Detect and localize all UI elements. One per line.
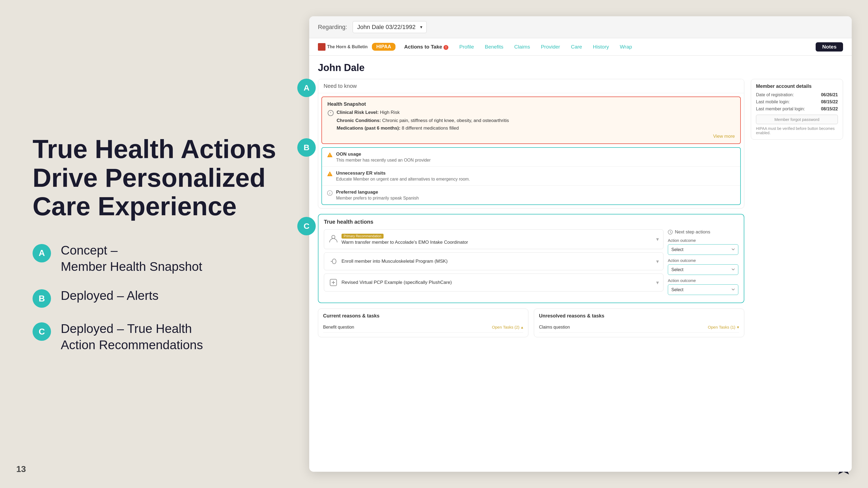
snapshot-risk-row: Clinical Risk Level: High Risk <box>328 109 735 116</box>
action-item-3[interactable]: Revised Virtual PCP Example (specificall… <box>324 273 663 291</box>
concept-text-a: Concept –Member Health Snapshot <box>61 242 203 275</box>
action-item-1[interactable]: Primary Recommendation Warm transfer mem… <box>324 229 663 249</box>
regarding-label: Regarding: <box>318 24 347 31</box>
unresolved-tasks-title: Unresolved reasons & tasks <box>539 313 739 319</box>
left-panel: True Health Actions Drive Personalized C… <box>16 0 301 488</box>
open-tasks-badge-benefit: Open Tasks (2) ▴ <box>492 325 523 330</box>
concept-badge-b: B <box>33 289 51 308</box>
concept-badge-c: C <box>33 322 51 341</box>
alert-item-language: Preferred language Member prefers to pri… <box>322 186 740 204</box>
page-number: 13 <box>16 464 26 474</box>
nav-item-wrap[interactable]: Wrap <box>616 43 637 51</box>
action-icon-3 <box>329 278 338 287</box>
next-steps-icon <box>668 230 673 234</box>
health-actions-card: True health actions Primary Recommend <box>318 214 744 303</box>
nav-item-profile[interactable]: Profile <box>455 43 478 51</box>
warning-icon-er <box>327 171 333 177</box>
action-chevron-3: ▾ <box>656 279 659 286</box>
outcome-group-2: Action outcome Select <box>668 258 738 275</box>
next-steps-title: Next step actions <box>668 229 738 235</box>
task-row-benefit: Benefit question Open Tasks (2) ▴ <box>323 322 523 333</box>
ui-mockup-panel: Regarding: John Dale 03/22/1992 ▼ The Ho… <box>309 16 852 472</box>
nav-item-care[interactable]: Care <box>567 43 586 51</box>
concept-text-c: Deployed – True HealthAction Recommendat… <box>61 321 203 353</box>
notes-button[interactable]: Notes <box>816 42 843 52</box>
need-to-know-card: Need to know Health Snapshot Clinical Ri… <box>318 79 744 208</box>
hipaa-badge: HIPAA <box>372 43 396 51</box>
health-actions-title: True health actions <box>324 219 738 225</box>
next-steps-panel: Next step actions Action outcome Select … <box>668 229 738 298</box>
task-row-claims: Claims question Open Tasks (1) ▾ <box>539 322 739 333</box>
nav-item-history[interactable]: History <box>589 43 613 51</box>
regarding-dropdown[interactable]: John Dale 03/22/1992 ▼ <box>352 21 427 33</box>
dropdown-chevron-icon: ▼ <box>420 25 423 29</box>
snapshot-title: Health Snapshot <box>328 101 735 107</box>
alert-content-oon: OON usage This member has recently used … <box>336 152 431 163</box>
nav-logo-icon <box>318 43 326 51</box>
warning-icon-oon <box>327 152 333 158</box>
nav-item-actions[interactable]: Actions to Take ! <box>400 43 453 51</box>
outcome-select-3[interactable]: Select <box>668 284 738 295</box>
concept-item-a: A Concept –Member Health Snapshot <box>33 242 285 275</box>
concept-item-b: B Deployed – Alerts <box>33 288 285 308</box>
main-heading: True Health Actions Drive Personalized C… <box>33 135 285 221</box>
outcome-group-3: Action outcome Select <box>668 278 738 295</box>
outcome-select-1[interactable]: Select <box>668 244 738 255</box>
action-content-3: Revised Virtual PCP Example (specificall… <box>341 280 653 285</box>
hipaa-note: HIPAA must be verified before button bec… <box>756 126 838 135</box>
risk-text: Clinical Risk Level: High Risk <box>337 109 400 116</box>
actions-grid: Primary Recommendation Warm transfer mem… <box>324 229 738 298</box>
top-bar: Regarding: John Dale 03/22/1992 ▼ <box>309 16 852 38</box>
concept-item-c: C Deployed – True HealthAction Recommend… <box>33 321 285 353</box>
svg-point-3 <box>332 235 335 238</box>
primary-rec-badge: Primary Recommendation <box>341 234 383 238</box>
need-to-know-header: Need to know <box>318 79 744 93</box>
concept-text-b: Deployed – Alerts <box>61 288 159 304</box>
nav-logo: The Horn & Bulletin <box>318 43 368 51</box>
alert-content-language: Preferred language Member prefers to pri… <box>336 190 419 201</box>
view-more-link[interactable]: View more <box>328 134 735 139</box>
outcome-group-1: Action outcome Select <box>668 238 738 255</box>
concept-list: A Concept –Member Health Snapshot B Depl… <box>33 242 285 353</box>
bottom-tasks-grid: Current reasons & tasks Benefit question… <box>318 308 744 337</box>
concept-badge-a: A <box>33 244 51 262</box>
nav-bar: The Horn & Bulletin HIPAA Actions to Tak… <box>309 38 852 56</box>
current-tasks-card: Current reasons & tasks Benefit question… <box>318 308 528 337</box>
chevron-down-icon: ▾ <box>737 325 739 330</box>
alerts-section: OON usage This member has recently used … <box>321 147 741 205</box>
detail-row-portal: Last member portal login: 08/15/22 <box>756 106 838 111</box>
nav-item-provider[interactable]: Provider <box>536 43 564 51</box>
open-tasks-badge-claims: Open Tasks (1) ▾ <box>708 325 739 330</box>
current-tasks-title: Current reasons & tasks <box>323 313 523 319</box>
alert-item-oon: OON usage This member has recently used … <box>322 148 740 167</box>
actions-list: Primary Recommendation Warm transfer mem… <box>324 229 663 298</box>
nav-item-claims[interactable]: Claims <box>510 43 534 51</box>
content-grid: Need to know Health Snapshot Clinical Ri… <box>318 79 843 337</box>
medications-row: Medications (past 6 months): 8 different… <box>328 125 735 131</box>
info-icon-language <box>327 190 333 196</box>
action-item-2[interactable]: Enroll member into Musculoskeletal Progr… <box>324 252 663 270</box>
detail-row-registration: Date of registration: 06/26/21 <box>756 93 838 97</box>
action-chevron-1: ▾ <box>656 236 659 242</box>
alert-content-er: Unnecessary ER visits Educate Member on … <box>336 170 470 182</box>
chevron-up-icon: ▴ <box>521 325 523 330</box>
action-person-icon-1 <box>329 234 338 244</box>
health-snapshot: Health Snapshot Clinical Risk Level: Hig… <box>321 97 741 144</box>
member-name: John Dale <box>318 62 843 73</box>
conditions-text: Chronic Conditions: Chronic pain, stiffn… <box>337 118 509 124</box>
action-content-1: Primary Recommendation Warm transfer mem… <box>341 233 653 245</box>
overlay-badge-c: C <box>297 217 316 235</box>
action-content-2: Enroll member into Musculoskeletal Progr… <box>341 259 653 264</box>
medications-text: Medications (past 6 months): 8 different… <box>337 125 459 131</box>
nav-item-benefits[interactable]: Benefits <box>480 43 508 51</box>
right-column: Member account details Date of registrat… <box>751 79 843 337</box>
forgot-password-button[interactable]: Member forgot password <box>756 115 838 124</box>
detail-row-mobile: Last mobile login: 08/15/22 <box>756 99 838 104</box>
outcome-select-2[interactable]: Select <box>668 264 738 275</box>
overlay-badge-b: B <box>297 138 316 157</box>
main-content: John Dale Need to know Health Snapshot <box>309 56 852 472</box>
conditions-row: Chronic Conditions: Chronic pain, stiffn… <box>328 118 735 124</box>
action-chevron-2: ▾ <box>656 258 659 265</box>
account-details-title: Member account details <box>756 84 838 89</box>
action-icon-2 <box>329 257 338 266</box>
